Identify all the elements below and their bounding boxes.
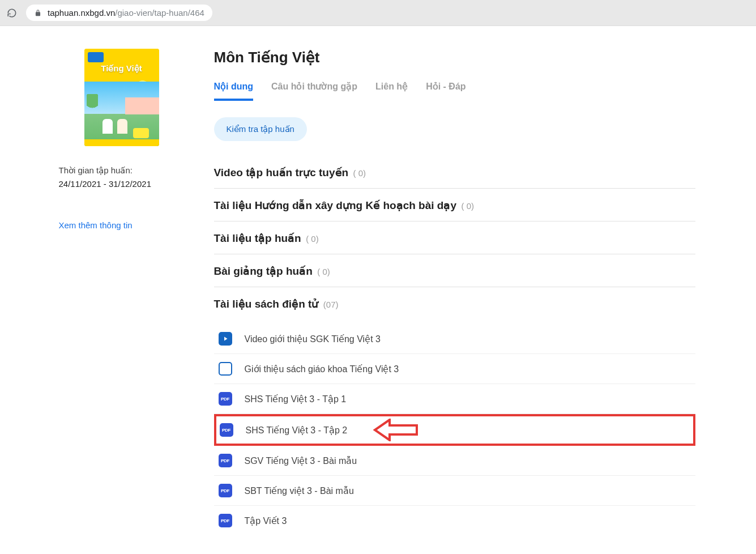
section-ebook[interactable]: Tài liệu sách điện tử (07) xyxy=(214,287,695,319)
section-title: Tài liệu sách điện tử xyxy=(214,298,319,310)
browser-address-bar: taphuan.nxbgd.vn/giao-vien/tap-huan/464 xyxy=(0,0,756,26)
pdf-icon: PDF xyxy=(219,484,232,497)
main-content: Môn Tiếng Việt Nội dung Câu hỏi thường g… xyxy=(214,49,718,535)
list-item[interactable]: PDF SHS Tiếng Việt 3 - Tập 1 xyxy=(214,384,695,414)
url-bar[interactable]: taphuan.nxbgd.vn/giao-vien/tap-huan/464 xyxy=(26,5,212,21)
ebook-item-list: Video giới thiệu SGK Tiếng Việt 3 Giới t… xyxy=(214,324,695,535)
tab-contact[interactable]: Liên hệ xyxy=(375,81,408,101)
pdf-icon: PDF xyxy=(219,392,232,406)
url-path: /giao-vien/tap-huan/464 xyxy=(115,8,204,18)
section-count: ( 0) xyxy=(353,168,366,178)
list-item[interactable]: PDF Tập Viết 3 xyxy=(214,506,695,535)
item-label: Tập Viết 3 xyxy=(245,515,287,526)
section-count: ( 0) xyxy=(317,267,330,276)
section-video-training[interactable]: Video tập huấn trực tuyến ( 0) xyxy=(214,156,695,189)
section-training-docs[interactable]: Tài liệu tập huấn ( 0) xyxy=(214,221,695,254)
item-label: SBT Tiếng việt 3 - Bài mẫu xyxy=(245,485,354,496)
slide-icon xyxy=(219,362,232,376)
item-label: SGV Tiếng Việt 3 - Bài mẫu xyxy=(245,455,357,466)
lock-icon xyxy=(34,9,42,17)
check-training-button[interactable]: Kiểm tra tập huấn xyxy=(214,117,307,141)
video-icon xyxy=(219,332,232,346)
pdf-icon: PDF xyxy=(219,454,232,467)
list-item[interactable]: PDF SBT Tiếng việt 3 - Bài mẫu xyxy=(214,476,695,506)
arrow-annotation-icon xyxy=(373,419,418,441)
tab-qa[interactable]: Hỏi - Đáp xyxy=(426,81,465,101)
item-label: SHS Tiếng Việt 3 - Tập 1 xyxy=(245,394,347,404)
reload-icon[interactable] xyxy=(7,8,17,18)
list-item[interactable]: PDF SGV Tiếng Việt 3 - Bài mẫu xyxy=(214,446,695,476)
list-item[interactable]: PDF SHS Tiếng Việt 3 - Tập 2 xyxy=(214,414,695,446)
section-lecture[interactable]: Bài giảng tập huấn ( 0) xyxy=(214,254,695,287)
pdf-icon: PDF xyxy=(220,423,233,437)
training-period-label: Thời gian tập huấn: xyxy=(39,165,133,176)
section-lesson-plan[interactable]: Tài liệu Hướng dẫn xây dựng Kế hoạch bài… xyxy=(214,189,695,221)
tab-faq[interactable]: Câu hỏi thường gặp xyxy=(271,81,357,101)
pdf-icon: PDF xyxy=(219,514,232,527)
item-label: Giới thiệu sách giáo khoa Tiếng Việt 3 xyxy=(245,364,399,374)
more-info-link[interactable]: Xem thêm thông tin xyxy=(39,220,133,230)
book-cover: Tiếng Việt 3 xyxy=(84,49,159,146)
sidebar: Tiếng Việt 3 Thời gian tập huấn: 24/11/2… xyxy=(39,49,214,535)
section-count: ( 0) xyxy=(306,234,319,244)
section-title: Bài giảng tập huấn xyxy=(214,265,313,277)
training-period-value: 24/11/2021 - 31/12/2021 xyxy=(39,179,151,189)
section-count: ( 0) xyxy=(461,201,474,211)
section-count: (07) xyxy=(323,300,339,309)
list-item[interactable]: Giới thiệu sách giáo khoa Tiếng Việt 3 xyxy=(214,354,695,384)
highlighted-item-annotation: PDF SHS Tiếng Việt 3 - Tập 2 xyxy=(214,414,695,446)
item-label: SHS Tiếng Việt 3 - Tập 2 xyxy=(246,425,348,436)
section-title: Video tập huấn trực tuyến xyxy=(214,167,349,178)
section-title: Tài liệu tập huấn xyxy=(214,232,301,244)
page-title: Môn Tiếng Việt xyxy=(214,49,695,66)
tab-content[interactable]: Nội dung xyxy=(214,81,254,101)
item-label: Video giới thiệu SGK Tiếng Việt 3 xyxy=(245,334,381,344)
section-title: Tài liệu Hướng dẫn xây dựng Kế hoạch bài… xyxy=(214,199,457,211)
url-host: taphuan.nxbgd.vn xyxy=(48,8,115,18)
list-item[interactable]: Video giới thiệu SGK Tiếng Việt 3 xyxy=(214,324,695,354)
tabs: Nội dung Câu hỏi thường gặp Liên hệ Hỏi … xyxy=(214,81,695,101)
